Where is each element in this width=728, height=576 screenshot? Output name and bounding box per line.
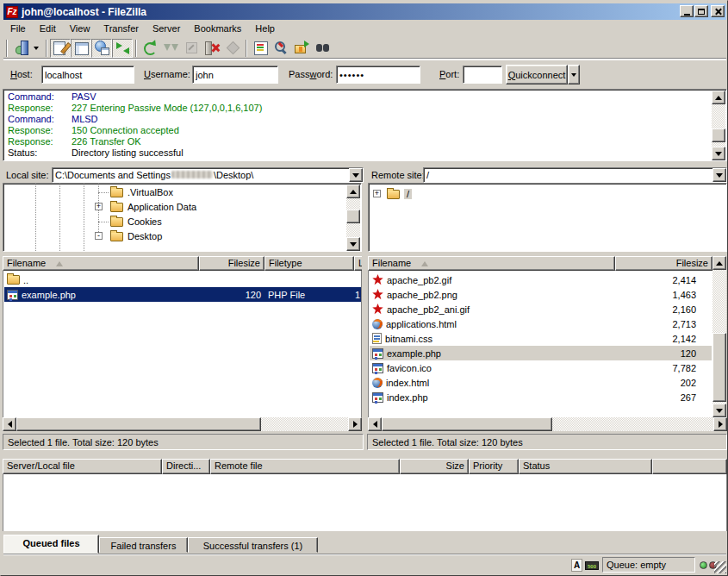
column-header-lastmodified[interactable]: L	[354, 256, 362, 271]
scroll-left-button[interactable]	[368, 417, 382, 431]
expand-icon[interactable]: +	[95, 203, 103, 210]
host-input[interactable]	[41, 66, 134, 84]
username-input[interactable]	[192, 66, 278, 84]
file-row[interactable]: index.php267	[370, 390, 712, 404]
reconnect-button[interactable]	[222, 39, 243, 58]
site-manager-icon	[16, 41, 30, 55]
column-header-size[interactable]: Size	[400, 459, 469, 474]
file-row[interactable]: favicon.ico7,782	[370, 360, 712, 375]
tree-item-virtualbox[interactable]: .VirtualBox	[3, 185, 331, 199]
toggle-remote-tree-button[interactable]	[91, 39, 112, 58]
scroll-up-button[interactable]	[712, 256, 726, 270]
process-queue-button[interactable]	[160, 39, 181, 58]
menu-help[interactable]: Help	[248, 22, 282, 35]
column-header-status[interactable]: Status	[519, 459, 652, 474]
cancel-icon	[184, 41, 199, 55]
minimize-button[interactable]	[680, 5, 694, 17]
remote-site-dropdown-button[interactable]	[712, 168, 726, 182]
column-header-server-local-file[interactable]: Server/Local file	[3, 459, 162, 474]
column-header-direction[interactable]: Directi...	[162, 459, 210, 474]
toggle-message-log-button[interactable]	[50, 39, 71, 58]
toggle-local-tree-button[interactable]	[71, 39, 91, 58]
directory-comparison-button[interactable]	[271, 39, 291, 58]
scrollbar-thumb[interactable]	[712, 333, 726, 402]
local-site-combo[interactable]: C:\Documents and Settings\Desktop\	[52, 167, 364, 183]
scroll-up-button[interactable]	[712, 91, 725, 104]
file-row[interactable]: apache_pb2.png1,463	[370, 287, 712, 302]
file-row[interactable]: applications.html2,713	[370, 316, 712, 331]
scroll-left-button[interactable]	[3, 417, 16, 431]
scrollbar-thumb[interactable]	[346, 210, 360, 223]
toggle-transfer-queue-button[interactable]	[112, 39, 133, 58]
file-row-selected[interactable]: example.php120	[370, 346, 712, 360]
scroll-right-button[interactable]	[348, 417, 362, 431]
maximize-button[interactable]	[694, 5, 708, 17]
resize-grip[interactable]	[714, 561, 726, 573]
disconnect-button[interactable]	[202, 39, 222, 58]
file-row[interactable]: index.html202	[370, 375, 712, 390]
refresh-button[interactable]	[140, 39, 160, 58]
column-header-priority[interactable]: Priority	[469, 459, 519, 474]
tree-item-application-data[interactable]: + Application Data	[3, 200, 331, 214]
scroll-down-button[interactable]	[712, 147, 725, 160]
php-file-icon	[372, 392, 383, 403]
column-header-filename[interactable]: Filename	[3, 256, 199, 271]
tab-successful-transfers[interactable]: Successful transfers (1)	[188, 537, 318, 553]
scrollbar-thumb[interactable]	[16, 417, 261, 431]
menu-file[interactable]: File	[3, 22, 33, 35]
remote-list-header: Filename Filesize	[368, 256, 712, 271]
remote-site-combo[interactable]: /	[423, 167, 727, 183]
scroll-right-button[interactable]	[713, 417, 727, 431]
tree-item-root[interactable]: + /	[369, 187, 696, 201]
filter-button[interactable]	[250, 39, 271, 58]
menu-edit[interactable]: Edit	[33, 22, 63, 35]
column-header-filesize[interactable]: Filesize	[615, 256, 712, 271]
menu-server[interactable]: Server	[146, 22, 187, 35]
scroll-up-button[interactable]	[346, 185, 360, 198]
quickconnect-button[interactable]: Quickconnect	[506, 65, 568, 85]
find-files-button[interactable]	[312, 39, 333, 58]
remote-horizontal-scrollbar[interactable]	[368, 417, 727, 431]
column-header-filetype[interactable]: Filetype	[264, 256, 354, 271]
tab-failed-transfers[interactable]: Failed transfers	[99, 537, 188, 553]
tree-item-desktop[interactable]: - Desktop	[3, 229, 331, 243]
column-header-filesize[interactable]: Filesize	[199, 256, 264, 271]
title-bar[interactable]: Fz john@localhost - FileZilla	[3, 3, 726, 20]
local-site-label: Local site:	[6, 170, 49, 180]
transfer-queue-list[interactable]	[3, 474, 727, 531]
quickconnect-dropdown-button[interactable]	[568, 65, 580, 85]
column-header-filename[interactable]: Filename	[368, 256, 615, 271]
file-row-parent-dir[interactable]: ..	[4, 272, 361, 287]
site-manager-button[interactable]	[10, 39, 43, 58]
scroll-down-button[interactable]	[712, 404, 726, 417]
menu-transfer[interactable]: Transfer	[96, 22, 146, 35]
collapse-icon[interactable]: -	[95, 232, 103, 240]
tab-queued-files[interactable]: Queued files	[3, 535, 99, 554]
column-header-remote-file[interactable]: Remote file	[210, 459, 400, 474]
folder-icon	[387, 190, 400, 199]
toolbar-separator	[6, 40, 8, 57]
local-horizontal-scrollbar[interactable]	[3, 417, 362, 431]
password-input[interactable]	[336, 66, 420, 84]
file-row-example-php[interactable]: example.php 120 PHP File 1	[4, 287, 361, 302]
local-list-header: Filename Filesize Filetype L	[3, 256, 362, 271]
tree-item-cookies[interactable]: Cookies	[3, 215, 331, 229]
local-site-dropdown-button[interactable]	[349, 168, 363, 182]
file-row[interactable]: bitnami.css2,142	[370, 331, 712, 346]
file-row[interactable]: apache_pb2_ani.gif2,160	[370, 302, 712, 316]
quickconnect-bar: Host: Username: Password: Port: Quickcon…	[3, 59, 726, 88]
port-input[interactable]	[463, 66, 502, 84]
menu-bookmarks[interactable]: Bookmarks	[187, 22, 248, 35]
expand-icon[interactable]: +	[373, 190, 381, 197]
scroll-down-button[interactable]	[346, 237, 360, 251]
local-tree-scrollbar[interactable]	[346, 185, 360, 251]
log-scrollbar[interactable]	[712, 91, 725, 160]
file-row[interactable]: apache_pb2.gif2,414	[370, 272, 712, 287]
scrollbar-thumb[interactable]	[712, 128, 725, 142]
cancel-operation-button[interactable]	[181, 39, 202, 58]
close-button[interactable]	[711, 5, 725, 17]
menu-view[interactable]: View	[63, 22, 97, 35]
synchronized-browsing-button[interactable]	[291, 39, 312, 58]
remote-vertical-scrollbar[interactable]	[712, 256, 726, 417]
scrollbar-thumb[interactable]	[382, 417, 552, 431]
